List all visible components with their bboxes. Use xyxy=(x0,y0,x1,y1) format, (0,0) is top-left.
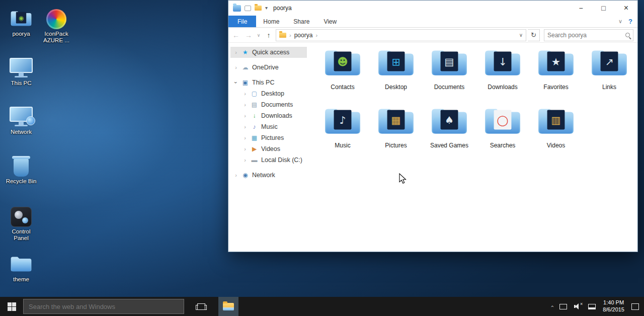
nav-item-local-disk-c[interactable]: ›▬Local Disk (C:) xyxy=(230,154,307,166)
refresh-icon[interactable]: ↻ xyxy=(528,29,540,41)
folder-tile-downloads[interactable]: ↓Downloads xyxy=(476,46,529,104)
recent-locations-icon[interactable]: ∨ xyxy=(256,33,262,38)
task-view-icon xyxy=(197,303,205,310)
back-icon[interactable]: ← xyxy=(230,31,242,39)
minimize-button[interactable]: − xyxy=(570,1,592,16)
chevron-right-icon[interactable]: › xyxy=(243,124,248,130)
svg-text:☻: ☻ xyxy=(337,56,348,68)
chevron-right-icon[interactable]: › xyxy=(243,102,248,108)
tab-file[interactable]: File xyxy=(228,16,256,27)
chevron-right-icon[interactable]: › xyxy=(243,157,248,163)
chevron-right-icon[interactable]: › xyxy=(243,113,248,119)
folder-label: Documents xyxy=(434,84,465,91)
nav-item-network[interactable]: ›◉Network xyxy=(230,170,307,181)
address-dropdown-icon[interactable]: ∨ xyxy=(519,33,523,38)
desktop-icon-network[interactable]: Network xyxy=(5,102,37,135)
display-tray-icon[interactable] xyxy=(559,304,567,309)
desktop-icon-poorya[interactable]: ◉poorya xyxy=(5,4,37,37)
folder-icon: ★ xyxy=(535,46,577,83)
folder-icon: ▦ xyxy=(375,104,417,141)
folder-tile-pictures[interactable]: ▦Pictures xyxy=(369,104,423,163)
touch-keyboard-icon[interactable] xyxy=(588,304,596,309)
tab-home[interactable]: Home xyxy=(256,16,286,27)
desktop-icon-label: poorya xyxy=(12,31,30,37)
qat-dropdown-icon[interactable]: ▾ xyxy=(265,6,268,11)
nav-item-onedrive[interactable]: ›☁OneDrive xyxy=(230,62,307,73)
address-bar[interactable]: › poorya › ∨ xyxy=(276,29,526,41)
breadcrumb[interactable]: poorya xyxy=(294,32,313,39)
desktop-icon-this-pc[interactable]: This PC xyxy=(5,53,37,87)
expand-ribbon-icon[interactable]: ∨ xyxy=(618,18,622,25)
folder-tile-saved-games[interactable]: ♠Saved Games xyxy=(423,104,476,163)
explorer-window: ▾ poorya − □ × FileHomeShareView ∨ ? ← →… xyxy=(228,0,638,252)
desktop[interactable]: ◉pooryaIconPack AZURE ...This PCNetworkR… xyxy=(0,0,644,316)
nav-item-documents[interactable]: ›▤Documents xyxy=(230,99,307,110)
show-hidden-icons-icon[interactable]: › xyxy=(548,305,554,307)
chevron-right-icon[interactable]: › xyxy=(243,91,248,97)
folder-icon: ◯ xyxy=(482,104,523,141)
svg-text:♠: ♠ xyxy=(445,114,454,126)
folder-tile-favorites[interactable]: ★Favorites xyxy=(529,46,583,104)
nav-item-this-pc[interactable]: ›▣This PC xyxy=(230,77,307,88)
chevron-down-icon[interactable]: › xyxy=(233,80,239,85)
quick-access-icon: ★ xyxy=(242,49,249,56)
tab-share[interactable]: Share xyxy=(286,16,316,27)
properties-icon[interactable] xyxy=(245,6,251,11)
chevron-right-icon[interactable]: › xyxy=(233,172,238,178)
desktop-icon-theme[interactable]: theme xyxy=(5,250,37,283)
folder-label: Pictures xyxy=(385,142,407,149)
tab-view[interactable]: View xyxy=(316,16,344,27)
folder-tile-documents[interactable]: ▤Documents xyxy=(423,46,476,104)
folder-label: Desktop xyxy=(385,84,407,91)
chevron-right-icon[interactable]: › xyxy=(233,64,238,70)
ribbon-right: ∨ ? xyxy=(618,16,637,27)
clock[interactable]: 1:40 PM 8/6/2015 xyxy=(603,299,624,313)
nav-item-videos[interactable]: ›▶Videos xyxy=(230,143,307,154)
start-button[interactable] xyxy=(0,297,23,316)
folder-tile-music[interactable]: ♪Music xyxy=(316,104,369,163)
nav-item-label: This PC xyxy=(252,79,274,86)
search-icon[interactable] xyxy=(625,33,630,37)
nav-item-quick-access[interactable]: ›★Quick access xyxy=(230,47,307,58)
local-disk-c-icon: ▬ xyxy=(251,156,258,164)
breadcrumb-chevron-icon[interactable]: › xyxy=(315,32,317,38)
close-button[interactable]: × xyxy=(615,1,637,16)
location-folder-icon xyxy=(279,33,286,38)
breadcrumb-chevron-icon[interactable]: › xyxy=(289,32,291,38)
nav-item-label: Downloads xyxy=(261,112,292,119)
ribbon-tab-list: FileHomeShareView xyxy=(228,16,344,27)
nav-item-downloads[interactable]: ›↓Downloads xyxy=(230,110,307,121)
volume-muted-icon[interactable]: × xyxy=(574,303,581,309)
onedrive-icon: ☁ xyxy=(242,64,249,71)
nav-item-pictures[interactable]: ›▦Pictures xyxy=(230,132,307,143)
folder-tile-desktop[interactable]: ⊞Desktop xyxy=(369,46,423,104)
search-input[interactable] xyxy=(547,32,625,39)
nav-item-desktop[interactable]: ›▢Desktop xyxy=(230,88,307,99)
taskbar-search[interactable] xyxy=(23,299,184,314)
search-box[interactable] xyxy=(544,29,633,41)
taskbar-search-input[interactable] xyxy=(29,303,179,310)
desktop-icon-recycle-bin[interactable]: Recycle Bin xyxy=(5,151,37,185)
action-center-icon[interactable] xyxy=(631,303,639,310)
folder-tile-videos[interactable]: ▥Videos xyxy=(529,104,583,163)
nav-item-music[interactable]: ›♪Music xyxy=(230,121,307,132)
folder-tile-links[interactable]: ↗Links xyxy=(583,46,636,104)
file-list-area[interactable]: ☻Contacts⊞Desktop▤Documents↓Downloads★Fa… xyxy=(315,43,637,252)
titlebar[interactable]: ▾ poorya − □ × xyxy=(228,1,637,16)
this-pc-icon: ▣ xyxy=(242,79,249,86)
file-explorer-taskbar-button[interactable] xyxy=(218,297,238,316)
maximize-button[interactable]: □ xyxy=(592,1,615,16)
new-folder-icon[interactable] xyxy=(255,6,262,11)
up-icon[interactable]: ↑ xyxy=(263,31,274,39)
folder-tile-contacts[interactable]: ☻Contacts xyxy=(316,46,369,104)
chevron-right-icon[interactable]: › xyxy=(243,146,248,152)
help-icon[interactable]: ? xyxy=(628,18,632,25)
chevron-right-icon[interactable]: › xyxy=(233,49,238,55)
folder-tile-searches[interactable]: ◯Searches xyxy=(476,104,529,163)
folder-label: Favorites xyxy=(543,84,568,91)
task-view-button[interactable] xyxy=(191,297,211,316)
chevron-right-icon[interactable]: › xyxy=(243,135,248,141)
desktop-icon-control-panel[interactable]: Control Panel xyxy=(5,202,37,242)
forward-icon[interactable]: → xyxy=(243,31,254,39)
desktop-icon-iconpack-azure[interactable]: IconPack AZURE ... xyxy=(40,4,72,44)
